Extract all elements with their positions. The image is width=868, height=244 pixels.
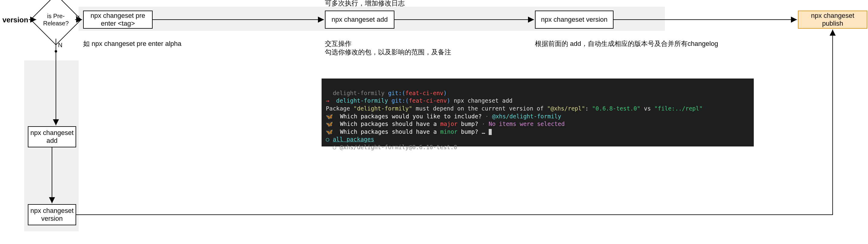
note-add-top: 可多次执行，增加修改日志 — [325, 0, 405, 8]
box-changeset-publish: npx changeset publish — [798, 10, 867, 29]
note-pre-enter: 如 npx changeset pre enter alpha — [83, 39, 181, 48]
svg-point-6 — [55, 50, 57, 53]
branch-no-label: N — [58, 42, 62, 48]
box-changeset-version-top: npx changeset version — [535, 10, 614, 29]
box-changeset-add-bottom: npx changeset add — [28, 126, 76, 147]
decision-pre-release: is Pre- Release? — [38, 1, 74, 38]
note-version: 根据前面的 add，自动生成相应的版本号及合并所有changelog — [535, 39, 718, 48]
terminal-output: delight-formily git:(feat-ci-env) → deli… — [321, 78, 754, 146]
box-changeset-add-top: npx changeset add — [325, 10, 395, 29]
note-add-bottom1: 交互操作 — [325, 39, 351, 48]
branch-yes-label: Y — [75, 14, 80, 22]
box-pre-enter: npx changeset pre enter <tag> — [83, 10, 153, 29]
diagram-canvas: version is Pre- Release? Y N npx changes… — [0, 0, 868, 244]
start-label: version — [2, 16, 28, 24]
note-add-bottom2: 勾选你修改的包，以及影响的范围，及备注 — [325, 48, 451, 57]
decision-text: is Pre- Release? — [38, 1, 74, 38]
box-changeset-version-bottom: npx changeset version — [28, 204, 76, 225]
